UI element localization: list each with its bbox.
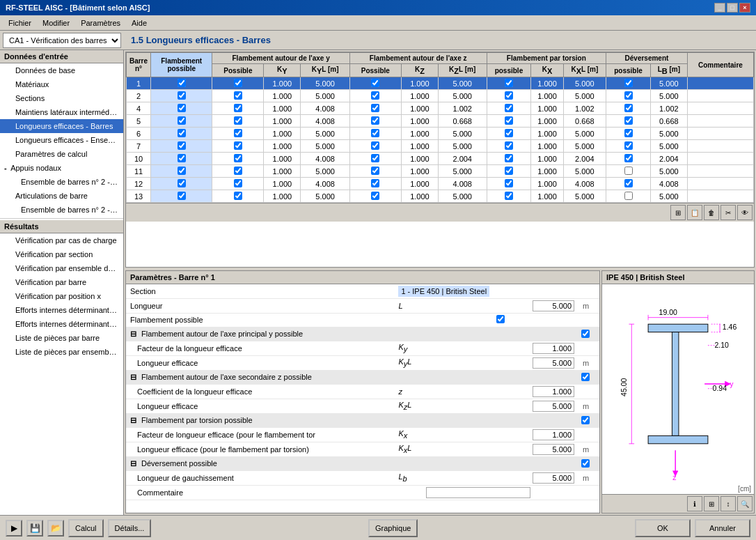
- cell-z-poss[interactable]: [349, 77, 401, 90]
- cell-y-poss[interactable]: [212, 165, 264, 178]
- cell-d-poss[interactable]: [606, 115, 651, 128]
- sidebar-item-donnees[interactable]: Données de base: [0, 63, 123, 77]
- ky-input[interactable]: [533, 343, 574, 354]
- cell-flamb[interactable]: [151, 102, 212, 115]
- flamb-checkbox[interactable]: [496, 315, 505, 323]
- lb-input[interactable]: [533, 472, 574, 484]
- menu-modifier[interactable]: Modifier: [37, 17, 75, 29]
- drawing-tool-1[interactable]: ⊞: [704, 496, 719, 511]
- sidebar-item-articulations[interactable]: Articulations de barre: [0, 189, 123, 203]
- cell-flamb[interactable]: [151, 128, 212, 140]
- sidebar-item-materiaux[interactable]: Matériaux: [0, 77, 123, 91]
- table-scroll[interactable]: Barren° Flambementpossible Flambement au…: [126, 52, 754, 203]
- table-row[interactable]: 111.0005.0001.0005.0001.0005.0005.000: [127, 165, 754, 178]
- kz-input[interactable]: [533, 386, 574, 397]
- cell-d-poss[interactable]: [606, 128, 651, 140]
- cell-flamb[interactable]: [151, 115, 212, 128]
- cell-t-poss[interactable]: [487, 115, 531, 128]
- cell-t-poss[interactable]: [487, 77, 531, 90]
- cell-y-poss[interactable]: [212, 153, 264, 165]
- cell-t-poss[interactable]: [487, 102, 531, 115]
- table-row[interactable]: 71.0005.0001.0005.0001.0005.0005.000: [127, 140, 754, 153]
- footer-icon-2[interactable]: 💾: [26, 520, 43, 537]
- table-row[interactable]: 131.0005.0001.0005.0001.0005.0005.000: [127, 190, 754, 203]
- ok-btn[interactable]: OK: [635, 519, 691, 537]
- commentaire-input[interactable]: [426, 487, 530, 498]
- cell-t-poss[interactable]: [487, 178, 531, 190]
- toolbar-btn-3[interactable]: 🗑: [704, 205, 719, 220]
- sidebar-item-verif-ensemble[interactable]: Vérification par ensemble de ba...: [0, 261, 123, 275]
- cell-y-poss[interactable]: [212, 190, 264, 203]
- cell-t-poss[interactable]: [487, 165, 531, 178]
- cell-flamb[interactable]: [151, 190, 212, 203]
- footer-icon-1[interactable]: ▶: [6, 520, 22, 537]
- collapse-t-btn[interactable]: ⊟: [130, 416, 137, 425]
- cell-flamb[interactable]: [151, 90, 212, 102]
- module-selector[interactable]: CA1 - Vérification des barres en ...: [3, 33, 121, 48]
- cell-t-poss[interactable]: [487, 153, 531, 165]
- cell-d-poss[interactable]: [606, 178, 651, 190]
- flamb-t-group-checkbox[interactable]: [581, 416, 590, 424]
- table-row[interactable]: 11.0005.0001.0005.0001.0005.0005.000: [127, 77, 754, 90]
- sidebar-item-efforts-2[interactable]: Efforts internes déterminants p...: [0, 317, 123, 331]
- calcul-btn[interactable]: Calcul: [68, 519, 104, 537]
- cell-z-poss[interactable]: [349, 115, 401, 128]
- graphique-btn[interactable]: Graphique: [368, 519, 418, 537]
- table-row[interactable]: 121.0004.0081.0004.0081.0004.0084.008: [127, 178, 754, 190]
- cell-y-poss[interactable]: [212, 140, 264, 153]
- cell-d-poss[interactable]: [606, 77, 651, 90]
- cell-y-poss[interactable]: [212, 115, 264, 128]
- cell-flamb[interactable]: [151, 178, 212, 190]
- table-row[interactable]: 101.0004.0081.0002.0041.0002.0042.004: [127, 153, 754, 165]
- cell-y-poss[interactable]: [212, 77, 264, 90]
- toolbar-btn-2[interactable]: 📋: [687, 205, 702, 220]
- cell-z-poss[interactable]: [349, 178, 401, 190]
- drawing-info-btn[interactable]: ℹ: [687, 496, 702, 511]
- collapse-z-btn[interactable]: ⊟: [130, 373, 137, 382]
- cell-z-poss[interactable]: [349, 165, 401, 178]
- sidebar-item-ensemble-2b[interactable]: Ensemble de barres n° 2 - ...: [0, 203, 123, 217]
- cell-d-poss[interactable]: [606, 153, 651, 165]
- longueur-input[interactable]: [533, 300, 574, 311]
- menu-aide[interactable]: Aide: [126, 17, 152, 29]
- drawing-tool-3[interactable]: 🔍: [737, 496, 753, 511]
- sidebar-item-maintiens[interactable]: Maintiens latéraux intermédiair...: [0, 105, 123, 119]
- table-row[interactable]: 51.0004.0081.0000.6681.0000.6680.668: [127, 115, 754, 128]
- menu-fichier[interactable]: Fichier: [3, 17, 37, 29]
- cell-z-poss[interactable]: [349, 153, 401, 165]
- table-row[interactable]: 41.0004.0081.0001.0021.0001.0021.002: [127, 102, 754, 115]
- cell-t-poss[interactable]: [487, 190, 531, 203]
- collapse-dev-btn[interactable]: ⊟: [130, 459, 137, 468]
- collapse-y-btn[interactable]: ⊟: [130, 330, 137, 339]
- cell-t-poss[interactable]: [487, 140, 531, 153]
- toolbar-btn-4[interactable]: ✂: [720, 205, 736, 220]
- cell-y-poss[interactable]: [212, 178, 264, 190]
- menu-parametres[interactable]: Paramètres: [75, 17, 126, 29]
- sidebar-appuis-header[interactable]: - Appuis nodaux: [0, 161, 123, 175]
- sidebar-item-sections[interactable]: Sections: [0, 91, 123, 105]
- cell-d-poss[interactable]: [606, 140, 651, 153]
- drawing-tool-2[interactable]: ↕: [720, 496, 736, 511]
- cell-flamb[interactable]: [151, 77, 212, 90]
- cell-t-poss[interactable]: [487, 128, 531, 140]
- toolbar-btn-1[interactable]: ⊞: [670, 205, 686, 220]
- annuler-btn[interactable]: Annuler: [695, 519, 750, 537]
- toolbar-btn-5[interactable]: 👁: [737, 205, 753, 220]
- sidebar-item-verif-section[interactable]: Vérification par section: [0, 247, 123, 261]
- cell-d-poss[interactable]: [606, 190, 651, 203]
- kxl-input[interactable]: [533, 444, 574, 455]
- cell-z-poss[interactable]: [349, 190, 401, 203]
- kx-input[interactable]: [533, 429, 574, 440]
- maximize-btn[interactable]: □: [727, 3, 738, 13]
- sidebar-item-longueurs-barres[interactable]: Longueurs efficaces - Barres: [0, 119, 123, 133]
- sidebar-item-liste-barre[interactable]: Liste de pièces par barre: [0, 331, 123, 345]
- cell-d-poss[interactable]: [606, 165, 651, 178]
- cell-z-poss[interactable]: [349, 90, 401, 102]
- cell-y-poss[interactable]: [212, 90, 264, 102]
- cell-y-poss[interactable]: [212, 102, 264, 115]
- cell-t-poss[interactable]: [487, 90, 531, 102]
- sidebar-item-parametres-calcul[interactable]: Paramètres de calcul: [0, 147, 123, 161]
- details-btn[interactable]: Détails...: [108, 519, 152, 537]
- cell-z-poss[interactable]: [349, 140, 401, 153]
- cell-y-poss[interactable]: [212, 128, 264, 140]
